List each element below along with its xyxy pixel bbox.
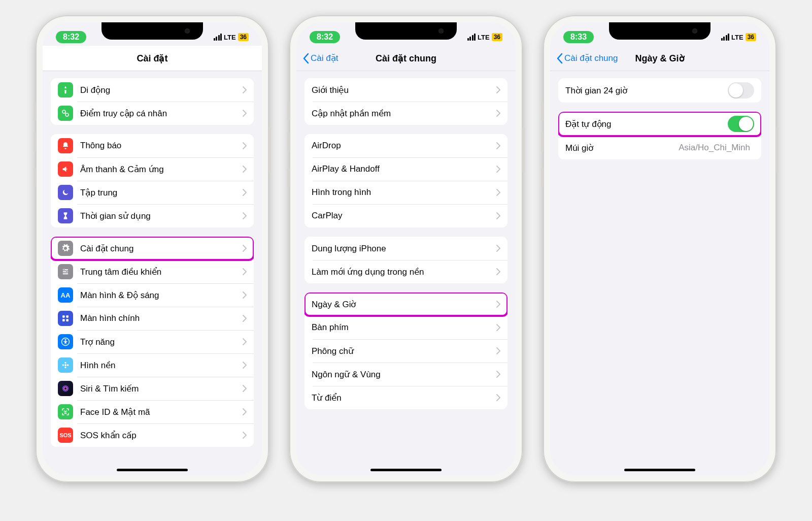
- cellular-icon: [58, 82, 73, 97]
- home-indicator[interactable]: [624, 469, 695, 471]
- row-faceid[interactable]: Face ID & Mật mã: [51, 400, 254, 424]
- row-hotspot[interactable]: Điểm truy cập cá nhân: [51, 102, 254, 125]
- row-label: Đặt tự động: [565, 119, 728, 129]
- row-label: Làm mới ứng dụng trong nền: [312, 267, 496, 277]
- chevron-right-icon: [496, 347, 500, 354]
- nav-back-label: Cài đặt chung: [564, 53, 618, 63]
- row-label: Cập nhật phần mềm: [312, 108, 496, 119]
- row-software-update[interactable]: Cập nhật phần mềm: [304, 102, 507, 125]
- row-control-center[interactable]: Trung tâm điều khiển: [51, 260, 254, 283]
- row-airplay[interactable]: AirPlay & Handoff: [304, 157, 507, 181]
- home-indicator[interactable]: [370, 469, 442, 471]
- svg-point-17: [67, 364, 69, 366]
- row-sos[interactable]: SOS SOS khẩn cấp: [51, 424, 254, 447]
- row-focus[interactable]: Tập trung: [51, 181, 254, 204]
- row-screentime[interactable]: Thời gian sử dụng: [51, 204, 254, 227]
- wallpaper-icon: [58, 357, 73, 373]
- row-language-region[interactable]: Ngôn ngữ & Vùng: [304, 363, 507, 386]
- home-screen-icon: [58, 311, 73, 326]
- battery-badge: 36: [746, 33, 756, 41]
- chevron-right-icon: [243, 362, 247, 369]
- row-notifications[interactable]: Thông báo: [51, 134, 254, 157]
- settings-group: Thời gian 24 giờ: [558, 78, 761, 103]
- svg-point-19: [64, 387, 67, 390]
- chevron-right-icon: [243, 245, 247, 252]
- chevron-right-icon: [496, 245, 500, 252]
- phone-frame-3: 8:33 LTE 36 Cài đặt chung Ngày & Giờ Thờ…: [543, 15, 776, 482]
- row-siri[interactable]: Siri & Tìm kiếm: [51, 377, 254, 400]
- row-pip[interactable]: Hình trong hình: [304, 181, 507, 204]
- nav-title: Cài đặt: [137, 53, 167, 64]
- row-display[interactable]: AA Màn hình & Độ sáng: [51, 283, 254, 307]
- row-label: Trợ năng: [80, 337, 243, 347]
- status-right: LTE 36: [721, 33, 756, 41]
- row-24h[interactable]: Thời gian 24 giờ: [558, 78, 761, 103]
- row-label: Âm thanh & Cảm ứng: [80, 164, 243, 175]
- row-label: Dung lượng iPhone: [312, 243, 496, 254]
- hotspot-icon: [58, 106, 73, 121]
- battery-badge: 36: [492, 33, 502, 41]
- general-list[interactable]: Giới thiệu Cập nhật phần mềm AirDrop Air…: [296, 71, 516, 475]
- row-carplay[interactable]: CarPlay: [304, 204, 507, 227]
- row-keyboard[interactable]: Bàn phím: [304, 316, 507, 339]
- row-label: Tập trung: [80, 187, 243, 198]
- chevron-right-icon: [496, 268, 500, 275]
- row-airdrop[interactable]: AirDrop: [304, 134, 507, 157]
- chevron-right-icon: [496, 371, 500, 378]
- row-label: Thời gian sử dụng: [80, 211, 243, 221]
- row-label: Từ điển: [312, 393, 496, 403]
- row-date-time[interactable]: Ngày & Giờ: [304, 292, 507, 316]
- row-label: Múi giờ: [565, 143, 679, 153]
- row-home-screen[interactable]: Màn hình chính: [51, 307, 254, 330]
- row-set-automatically[interactable]: Đặt tự động: [558, 112, 761, 136]
- row-about[interactable]: Giới thiệu: [304, 78, 507, 102]
- row-sound[interactable]: Âm thanh & Cảm ứng: [51, 157, 254, 181]
- chevron-right-icon: [243, 432, 247, 439]
- svg-point-12: [65, 339, 66, 341]
- row-dictionary[interactable]: Từ điển: [304, 386, 507, 409]
- sos-icon: SOS: [58, 428, 73, 443]
- settings-list[interactable]: Di động Điểm truy cập cá nhân Thông báo: [43, 71, 262, 475]
- nav-back-button[interactable]: Cài đặt chung: [556, 53, 618, 64]
- row-label: Trung tâm điều khiển: [80, 267, 243, 277]
- row-timezone[interactable]: Múi giờ Asia/Ho_Chi_Minh: [558, 136, 761, 159]
- settings-group: Dung lượng iPhone Làm mới ứng dụng trong…: [304, 237, 507, 283]
- chevron-right-icon: [243, 110, 247, 117]
- chevron-right-icon: [496, 324, 500, 331]
- svg-rect-9: [62, 319, 65, 321]
- chevron-right-icon: [243, 315, 247, 322]
- row-wallpaper[interactable]: Hình nền: [51, 353, 254, 377]
- svg-point-15: [64, 367, 66, 368]
- row-label: Bàn phím: [312, 322, 496, 333]
- signal-icon: [467, 34, 476, 41]
- toggle-auto[interactable]: [728, 116, 754, 132]
- display-icon: AA: [58, 287, 73, 303]
- chevron-right-icon: [496, 86, 500, 93]
- row-accessibility[interactable]: Trợ năng: [51, 330, 254, 353]
- network-label: LTE: [224, 34, 236, 41]
- row-general[interactable]: Cài đặt chung: [51, 237, 254, 260]
- chevron-right-icon: [243, 86, 247, 93]
- phone-frame-1: 8:32 LTE 36 Cài đặt Di động Điểm truy cậ…: [36, 15, 269, 482]
- row-storage[interactable]: Dung lượng iPhone: [304, 237, 507, 260]
- chevron-left-icon: [302, 53, 310, 64]
- notch: [101, 22, 203, 40]
- row-label: Màn hình & Độ sáng: [80, 290, 243, 301]
- row-fonts[interactable]: Phông chữ: [304, 339, 507, 363]
- row-label: AirDrop: [312, 141, 496, 151]
- nav-title: Cài đặt chung: [376, 53, 436, 64]
- settings-group: Ngày & Giờ Bàn phím Phông chữ Ngôn ngữ &…: [304, 292, 507, 409]
- home-indicator[interactable]: [117, 469, 188, 471]
- row-background-refresh[interactable]: Làm mới ứng dụng trong nền: [304, 260, 507, 283]
- toggle-24h[interactable]: [728, 82, 754, 99]
- nav-back-button[interactable]: Cài đặt: [302, 53, 338, 64]
- datetime-list[interactable]: Thời gian 24 giờ Đặt tự động Múi giờ Asi…: [550, 71, 769, 475]
- status-time: 8:32: [310, 31, 340, 43]
- row-cellular[interactable]: Di động: [51, 78, 254, 102]
- focus-icon: [58, 185, 73, 200]
- chevron-right-icon: [243, 291, 247, 299]
- signal-icon: [721, 34, 730, 41]
- chevron-right-icon: [496, 394, 500, 401]
- settings-group: Cài đặt chung Trung tâm điều khiển AA Mà…: [51, 237, 254, 447]
- svg-point-13: [64, 364, 66, 366]
